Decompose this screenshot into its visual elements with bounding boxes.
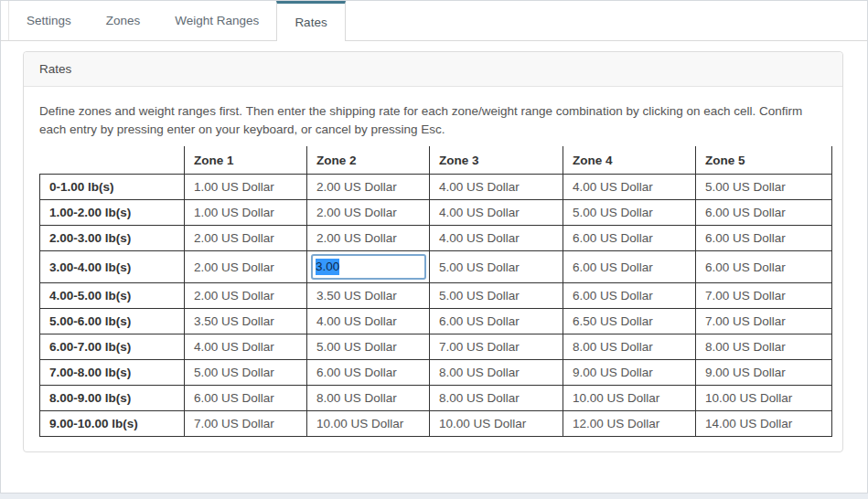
rate-cell[interactable]: 4.00 US Dollar	[430, 226, 563, 251]
rate-cell[interactable]: 6.00 US Dollar	[307, 360, 430, 386]
rate-cell[interactable]: 4.00 US Dollar	[307, 309, 430, 334]
tab-weight-ranges-label: Weight Ranges	[175, 14, 259, 27]
rate-cell[interactable]: 3.50 US Dollar	[185, 309, 307, 334]
rate-cell[interactable]: 7.00 US Dollar	[185, 411, 307, 437]
rate-cell[interactable]: 10.00 US Dollar	[563, 386, 696, 411]
rate-cell[interactable]: 5.00 US Dollar	[696, 175, 832, 200]
tab-zones[interactable]: Zones	[89, 1, 158, 40]
rate-cell[interactable]: 1.00 US Dollar	[185, 200, 307, 226]
rate-cell[interactable]: 5.00 US Dollar	[430, 251, 563, 283]
rate-row: 9.00-10.00 lb(s)7.00 US Dollar10.00 US D…	[40, 411, 832, 437]
rate-cell[interactable]: 8.00 US Dollar	[696, 334, 832, 360]
rate-cell[interactable]: 7.00 US Dollar	[696, 309, 832, 334]
weight-range-label: 5.00-6.00 lb(s)	[40, 309, 185, 334]
weight-range-label: 8.00-9.00 lb(s)	[40, 386, 185, 411]
zone-column-header-3: Zone 3	[430, 146, 563, 175]
rate-cell[interactable]: 9.00 US Dollar	[696, 360, 832, 386]
rate-cell[interactable]: 6.00 US Dollar	[430, 309, 563, 334]
rate-row: 7.00-8.00 lb(s)5.00 US Dollar6.00 US Dol…	[40, 360, 832, 386]
rate-cell[interactable]: 5.00 US Dollar	[307, 334, 430, 360]
rate-row: 8.00-9.00 lb(s)6.00 US Dollar8.00 US Dol…	[40, 386, 832, 411]
rates-table-head: Zone 1Zone 2Zone 3Zone 4Zone 5	[40, 146, 832, 175]
rates-table: Zone 1Zone 2Zone 3Zone 4Zone 5 0-1.00 lb…	[39, 146, 832, 437]
zone-column-header-2: Zone 2	[307, 146, 430, 175]
rate-row: 0-1.00 lb(s)1.00 US Dollar2.00 US Dollar…	[40, 175, 832, 200]
weight-range-label: 0-1.00 lb(s)	[40, 175, 185, 200]
rate-cell-editing: 3.00	[307, 251, 430, 283]
tab-settings-label: Settings	[27, 14, 71, 27]
rate-cell[interactable]: 6.00 US Dollar	[563, 226, 696, 251]
tab-zones-label: Zones	[106, 14, 141, 27]
panel-title: Rates	[24, 52, 842, 87]
tab-settings[interactable]: Settings	[8, 1, 89, 40]
rate-row: 3.00-4.00 lb(s)2.00 US Dollar3.005.00 US…	[40, 251, 832, 283]
rate-cell[interactable]: 4.00 US Dollar	[430, 175, 563, 200]
rate-cell[interactable]: 6.00 US Dollar	[696, 226, 832, 251]
rate-cell[interactable]: 6.00 US Dollar	[696, 200, 832, 226]
weight-range-label: 3.00-4.00 lb(s)	[40, 251, 185, 283]
rate-cell[interactable]: 10.00 US Dollar	[430, 411, 563, 437]
rate-row: 2.00-3.00 lb(s)2.00 US Dollar2.00 US Dol…	[40, 226, 832, 251]
zone-column-header-1: Zone 1	[185, 146, 307, 175]
rate-row: 5.00-6.00 lb(s)3.50 US Dollar4.00 US Dol…	[40, 309, 832, 334]
rate-cell[interactable]: 9.00 US Dollar	[563, 360, 696, 386]
panel-body: Define zones and weight ranges first. Th…	[24, 87, 842, 451]
rate-cell[interactable]: 5.00 US Dollar	[430, 283, 563, 309]
rate-cell[interactable]: 2.00 US Dollar	[307, 175, 430, 200]
rate-cell[interactable]: 8.00 US Dollar	[430, 360, 563, 386]
rate-input-selected-text: 3.00	[316, 259, 339, 275]
rate-cell[interactable]: 2.00 US Dollar	[185, 226, 307, 251]
rate-cell[interactable]: 14.00 US Dollar	[696, 411, 832, 437]
rate-cell[interactable]: 2.00 US Dollar	[185, 251, 307, 283]
rate-cell[interactable]: 10.00 US Dollar	[307, 411, 430, 437]
weight-range-label: 2.00-3.00 lb(s)	[40, 226, 185, 251]
tab-bar: Settings Zones Weight Ranges Rates	[1, 1, 867, 41]
rate-cell[interactable]: 8.00 US Dollar	[430, 386, 563, 411]
rate-cell[interactable]: 2.00 US Dollar	[185, 283, 307, 309]
rate-cell[interactable]: 2.00 US Dollar	[307, 226, 430, 251]
rate-cell[interactable]: 3.50 US Dollar	[307, 283, 430, 309]
weight-range-label: 1.00-2.00 lb(s)	[40, 200, 185, 226]
rate-row: 6.00-7.00 lb(s)4.00 US Dollar5.00 US Dol…	[40, 334, 832, 360]
rate-cell[interactable]: 7.00 US Dollar	[696, 283, 832, 309]
rate-cell[interactable]: 1.00 US Dollar	[185, 175, 307, 200]
corner-header	[40, 146, 185, 175]
rate-cell[interactable]: 6.00 US Dollar	[185, 386, 307, 411]
rate-row: 4.00-5.00 lb(s)2.00 US Dollar3.50 US Dol…	[40, 283, 832, 309]
rate-cell[interactable]: 2.00 US Dollar	[307, 200, 430, 226]
rates-table-body: 0-1.00 lb(s)1.00 US Dollar2.00 US Dollar…	[40, 175, 832, 437]
rates-description: Define zones and weight ranges first. Th…	[39, 102, 831, 139]
rate-cell[interactable]: 6.50 US Dollar	[563, 309, 696, 334]
rate-row: 1.00-2.00 lb(s)1.00 US Dollar2.00 US Dol…	[40, 200, 832, 226]
tab-rates[interactable]: Rates	[276, 1, 345, 41]
weight-range-label: 7.00-8.00 lb(s)	[40, 360, 185, 386]
weight-range-label: 6.00-7.00 lb(s)	[40, 334, 185, 360]
rate-cell[interactable]: 4.00 US Dollar	[185, 334, 307, 360]
rate-cell[interactable]: 6.00 US Dollar	[696, 251, 832, 283]
rate-cell[interactable]: 4.00 US Dollar	[430, 200, 563, 226]
rates-panel: Rates Define zones and weight ranges fir…	[23, 51, 843, 452]
tab-rates-label: Rates	[295, 16, 327, 29]
zone-column-header-4: Zone 4	[563, 146, 696, 175]
rate-cell[interactable]: 6.00 US Dollar	[563, 251, 696, 283]
rate-cell[interactable]: 5.00 US Dollar	[185, 360, 307, 386]
weight-range-label: 4.00-5.00 lb(s)	[40, 283, 185, 309]
rate-cell[interactable]: 8.00 US Dollar	[307, 386, 430, 411]
zone-column-header-5: Zone 5	[696, 146, 832, 175]
rate-cell[interactable]: 8.00 US Dollar	[563, 334, 696, 360]
weight-range-label: 9.00-10.00 lb(s)	[40, 411, 185, 437]
rate-input[interactable]: 3.00	[311, 254, 426, 280]
rate-cell[interactable]: 6.00 US Dollar	[563, 283, 696, 309]
shipping-method-editor: Settings Zones Weight Ranges Rates Rates…	[0, 0, 868, 494]
rate-cell[interactable]: 10.00 US Dollar	[696, 386, 832, 411]
rate-cell[interactable]: 4.00 US Dollar	[563, 175, 696, 200]
header-row: Zone 1Zone 2Zone 3Zone 4Zone 5	[40, 146, 832, 175]
rate-cell[interactable]: 12.00 US Dollar	[563, 411, 696, 437]
rate-cell[interactable]: 7.00 US Dollar	[430, 334, 563, 360]
tab-weight-ranges[interactable]: Weight Ranges	[157, 1, 276, 40]
rate-cell[interactable]: 5.00 US Dollar	[563, 200, 696, 226]
